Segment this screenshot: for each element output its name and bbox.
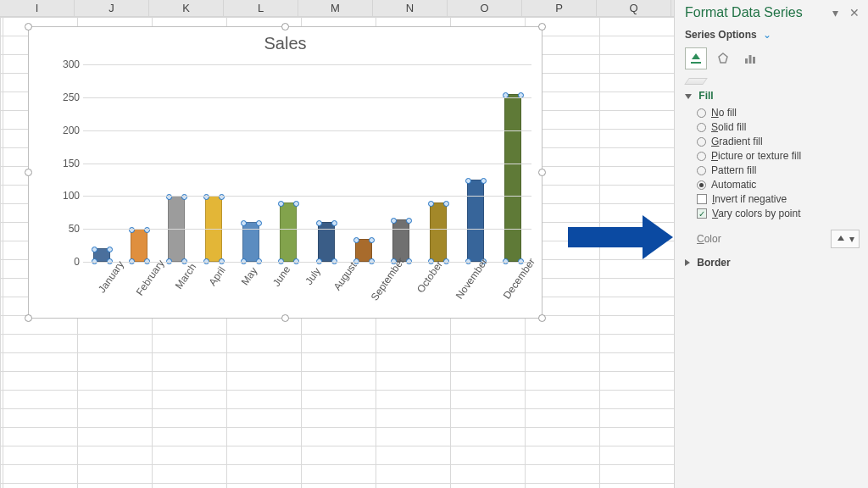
svg-rect-3	[749, 55, 752, 64]
resize-handle[interactable]	[25, 314, 32, 322]
y-tick-label: 150	[63, 158, 80, 169]
chart-gridline	[83, 130, 531, 131]
data-point-handle[interactable]	[443, 201, 449, 207]
resize-handle[interactable]	[538, 169, 546, 176]
fill-check-vary[interactable]: ✓Vary colors by point	[697, 208, 860, 219]
column-header[interactable]: K	[149, 0, 224, 16]
data-point-handle[interactable]	[92, 247, 97, 252]
fill-line-icon[interactable]	[685, 47, 707, 69]
data-bar[interactable]	[467, 180, 484, 262]
column-header[interactable]: J	[75, 0, 149, 16]
radio-icon	[697, 152, 706, 161]
embedded-chart[interactable]: Sales 050100150200250300 JanuaryFebruary…	[28, 26, 542, 319]
fill-radio-pattern[interactable]: Pattern fill	[697, 164, 860, 176]
data-point-handle[interactable]	[391, 218, 397, 224]
chart-gridline	[83, 229, 531, 230]
column-header[interactable]: N	[373, 0, 448, 16]
border-section-header[interactable]: Border	[685, 257, 860, 269]
checkbox-icon: ✓	[697, 208, 707, 219]
data-bar[interactable]	[280, 202, 297, 262]
data-point-handle[interactable]	[278, 201, 284, 207]
series-options-icon[interactable]	[739, 47, 761, 69]
column-header[interactable]: O	[448, 0, 522, 16]
data-point-handle[interactable]	[465, 178, 471, 184]
fill-radio-gradient[interactable]: Gradient fill	[697, 136, 860, 147]
series-options-dropdown[interactable]: Series Options ⌄	[685, 29, 860, 41]
column-header-row: IJKLMNOPQ	[0, 0, 674, 17]
data-point-handle[interactable]	[353, 237, 359, 243]
svg-rect-4	[753, 57, 755, 64]
y-tick-label: 300	[63, 58, 80, 70]
chart-x-axis[interactable]: JanuaryFebruaryMarchAprilMayJuneJulyAugu…	[83, 262, 531, 306]
fill-radio-picture[interactable]: Picture or texture fill	[697, 150, 860, 162]
fill-check-invert[interactable]: Invert if negative	[697, 193, 860, 205]
data-point-handle[interactable]	[293, 201, 299, 207]
resize-handle[interactable]	[25, 23, 32, 30]
resize-handle[interactable]	[281, 314, 289, 322]
radio-label: Gradient fill	[711, 136, 763, 147]
column-header[interactable]: P	[522, 0, 597, 16]
border-section-label: Border	[697, 257, 730, 269]
annotation-arrow	[568, 215, 678, 259]
svg-rect-0	[691, 62, 701, 64]
chart-gridline	[83, 97, 531, 98]
chart-plot-area[interactable]	[83, 64, 531, 262]
color-picker-button[interactable]: ▾	[831, 230, 860, 248]
radio-label: Solid fill	[711, 121, 746, 133]
resize-handle[interactable]	[538, 23, 546, 30]
radio-icon	[697, 123, 706, 132]
fill-section-header[interactable]: Fill	[685, 90, 860, 102]
checkbox-label: Vary colors by point	[712, 208, 801, 219]
data-bar[interactable]	[430, 202, 447, 262]
pane-close-icon[interactable]: ✕	[849, 6, 860, 19]
series-options-label: Series Options	[685, 29, 757, 41]
data-point-handle[interactable]	[369, 237, 375, 243]
data-point-handle[interactable]	[256, 220, 262, 226]
radio-label: Picture or texture fill	[711, 150, 801, 162]
color-label: Color	[697, 233, 831, 245]
data-point-handle[interactable]	[481, 178, 487, 184]
column-header[interactable]: I	[0, 0, 75, 16]
y-tick-label: 100	[63, 190, 80, 202]
column-header[interactable]: Q	[597, 0, 671, 16]
expand-icon	[685, 259, 690, 266]
data-bar[interactable]	[355, 239, 372, 262]
y-tick-label: 250	[63, 92, 80, 103]
resize-handle[interactable]	[538, 314, 546, 322]
data-point-handle[interactable]	[316, 220, 322, 226]
effects-icon[interactable]	[712, 47, 734, 69]
svg-marker-1	[719, 53, 727, 63]
collapse-icon	[685, 94, 692, 99]
pane-options-icon[interactable]: ▾	[832, 6, 838, 19]
fill-radio-automatic[interactable]: Automatic	[697, 179, 860, 191]
data-point-handle[interactable]	[428, 201, 434, 207]
svg-rect-2	[745, 58, 748, 64]
resize-handle[interactable]	[281, 23, 289, 30]
radio-icon	[697, 108, 706, 118]
y-tick-label: 200	[63, 125, 80, 136]
pane-title: Format Data Series	[685, 5, 824, 20]
fill-color-row: Color ▾	[697, 230, 860, 248]
data-point-handle[interactable]	[331, 220, 337, 226]
chevron-down-icon: ⌄	[763, 29, 771, 41]
radio-label: No fill	[711, 107, 737, 119]
column-header[interactable]: L	[224, 0, 298, 16]
y-tick-label: 50	[69, 223, 80, 235]
radio-icon	[697, 166, 706, 175]
data-point-handle[interactable]	[241, 220, 247, 226]
column-header[interactable]: M	[298, 0, 373, 16]
data-point-handle[interactable]	[406, 218, 412, 224]
chart-y-axis[interactable]: 050100150200250300	[53, 64, 81, 262]
resize-handle[interactable]	[25, 169, 32, 176]
data-point-handle[interactable]	[107, 247, 113, 252]
chart-gridline	[83, 196, 531, 197]
chart-title[interactable]: Sales	[29, 34, 542, 53]
data-bar[interactable]	[504, 94, 521, 262]
chart-gridline	[83, 164, 531, 164]
fill-radio-solid[interactable]: Solid fill	[697, 121, 860, 133]
fill-section-label: Fill	[698, 90, 713, 102]
y-tick-label: 0	[74, 256, 80, 268]
chart-gridline	[83, 64, 531, 65]
data-bar[interactable]	[131, 229, 147, 262]
fill-radio-no_fill[interactable]: No fill	[697, 107, 860, 119]
